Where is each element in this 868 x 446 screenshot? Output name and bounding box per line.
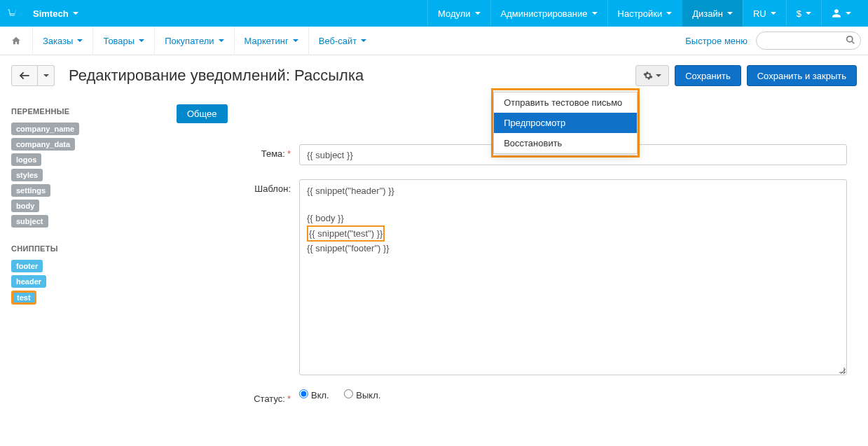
sidebar-vars-title: ПЕРЕМЕННЫЕ [11,107,157,116]
caret-down-icon [727,12,733,15]
caret-down-icon [293,39,298,42]
caret-down-icon [806,12,811,15]
brand-label: Simtech [33,8,69,19]
subnav-orders[interactable]: Заказы [32,27,92,55]
sidebar-snippets-title: СНИППЕТЫ [11,244,157,253]
caret-down-icon [846,12,851,15]
var-logos[interactable]: logos [11,153,41,166]
caret-down-icon [475,12,481,15]
topnav-language[interactable]: RU [743,0,786,27]
caret-down-icon [43,74,49,77]
var-company-data[interactable]: company_data [11,138,75,151]
var-settings[interactable]: settings [11,184,50,197]
template-line: {{ snippet("header") }} [307,184,839,198]
search-icon[interactable] [846,35,855,45]
topnav-modules[interactable]: Модули [427,0,490,27]
resize-handle-icon[interactable] [838,366,846,375]
snippet-header[interactable]: header [11,275,46,288]
subnav-marketing[interactable]: Маркетинг [234,27,308,55]
save-button[interactable]: Сохранить [675,65,741,86]
required-marker: * [287,393,291,404]
snippet-test[interactable]: test [11,291,36,305]
topnav-user[interactable] [821,0,861,27]
dropdown-item-send-test[interactable]: Отправить тестовое письмо [494,92,637,113]
page-title: Редактирование уведомлений: Рассылка [69,67,635,85]
required-marker: * [287,148,291,159]
snippet-footer[interactable]: footer [11,260,43,272]
status-off-radio[interactable] [344,389,353,398]
caret-down-icon [77,39,83,42]
template-label: Шаблон: [254,183,291,194]
caret-down-icon [219,39,224,42]
status-off-label[interactable]: Выкл. [344,390,380,400]
caret-down-icon [361,39,366,42]
var-body[interactable]: body [11,200,39,212]
template-line: {{ snippet("footer") }} [307,242,839,256]
back-dropdown[interactable] [38,65,55,86]
tab-general[interactable]: Общее [177,104,228,123]
gear-dropdown-menu: Отправить тестовое письмо Предпросмотр В… [493,92,638,154]
gear-dropdown-button[interactable] [635,65,669,86]
gear-icon [643,71,653,81]
caret-down-icon [73,12,78,15]
subject-label: Тема: [261,148,285,159]
dropdown-item-preview[interactable]: Предпросмотр [494,113,637,133]
var-subject[interactable]: subject [11,215,48,228]
var-company-name[interactable]: company_name [11,123,79,135]
status-on-label[interactable]: Вкл. [299,390,329,400]
var-styles[interactable]: styles [11,169,43,181]
subnav-products[interactable]: Товары [92,27,154,55]
dropdown-item-restore[interactable]: Восстановить [494,133,637,153]
user-icon [832,8,841,18]
caret-down-icon [771,12,776,15]
caret-down-icon [666,12,672,15]
highlighted-snippet-text: {{ snippet("test") }} [307,225,385,242]
brand-dropdown[interactable]: Simtech [27,0,84,27]
svg-line-1 [852,41,855,44]
subnav-customers[interactable]: Покупатели [154,27,233,55]
topnav-settings[interactable]: Настройки [607,0,682,27]
template-textarea[interactable]: {{ snippet("header") }} {{ body }} {{ sn… [299,179,847,375]
svg-point-0 [847,36,853,42]
quick-menu-link[interactable]: Быстрое меню [685,36,748,46]
topnav-design[interactable]: Дизайн [682,0,743,27]
cart-icon[interactable] [7,8,17,18]
template-line: {{ snippet("test") }} [307,225,839,242]
template-line: {{ body }} [307,211,839,225]
status-on-radio[interactable] [299,389,308,398]
home-icon[interactable] [7,36,25,46]
status-label: Статус: [254,393,285,404]
arrow-left-icon [19,71,30,80]
topnav-administration[interactable]: Администрирование [490,0,607,27]
topnav-currency[interactable]: $ [786,0,821,27]
caret-down-icon [656,74,661,77]
caret-down-icon [139,39,144,42]
subnav-website[interactable]: Веб-сайт [308,27,376,55]
caret-down-icon [592,12,598,15]
back-button[interactable] [11,65,38,86]
template-line [307,198,839,212]
save-close-button[interactable]: Сохранить и закрыть [747,65,857,86]
